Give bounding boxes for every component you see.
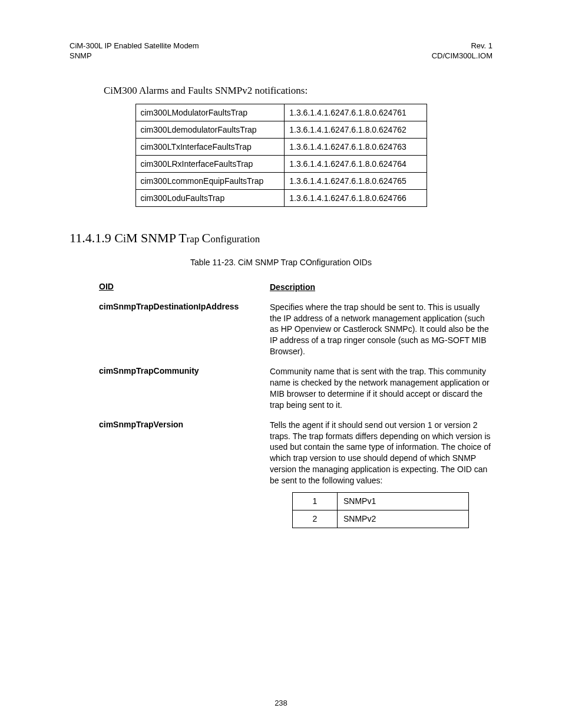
header-section: SNMP — [70, 51, 199, 61]
oid-row: cimSnmpTrapVersion Tells the agent if it… — [99, 420, 492, 528]
page: CiM-300L IP Enabled Satellite Modem SNMP… — [0, 0, 562, 728]
oid-name: cimSnmpTrapCommunity — [99, 366, 270, 411]
oid-desc: Specifies where the trap should be sent … — [270, 302, 492, 357]
section-title-part: C — [114, 230, 123, 245]
table-row: cim300LdemodulatorFaultsTrap 1.3.6.1.4.1… — [135, 121, 427, 138]
trap-name: cim300LcommonEquipFaultsTrap — [135, 172, 285, 189]
version-num: 1 — [293, 493, 338, 510]
oid-desc: Tells the agent if it should send out ve… — [270, 420, 492, 528]
table-caption: Table 11-23. CiM SNMP Trap COnfiguration… — [70, 258, 492, 267]
trap-oid: 1.3.6.1.4.1.6247.6.1.8.0.624764 — [285, 155, 427, 172]
table-row: 2 SNMPv2 — [293, 510, 469, 528]
oid-section: OID Description cimSnmpTrapDestinationIp… — [99, 282, 492, 528]
header-right: Rev. 1 CD/CIM300L.IOM — [432, 41, 492, 61]
oid-name: cimSnmpTrapDestinationIpAddress — [99, 302, 270, 357]
table-row: 1 SNMPv1 — [293, 493, 469, 510]
section-title-part: C — [202, 230, 211, 245]
table-row: cim300LModulatorFaultsTrap 1.3.6.1.4.1.6… — [135, 104, 427, 121]
page-header: CiM-300L IP Enabled Satellite Modem SNMP… — [70, 41, 492, 61]
oid-row: cimSnmpTrapDestinationIpAddress Specifie… — [99, 302, 492, 357]
table-row: cim300LTxInterfaceFaultsTrap 1.3.6.1.4.1… — [135, 138, 427, 155]
table-row: cim300LoduFaultsTrap 1.3.6.1.4.1.6247.6.… — [135, 189, 427, 206]
trap-name: cim300LoduFaultsTrap — [135, 189, 285, 206]
header-left: CiM-300L IP Enabled Satellite Modem SNMP — [70, 41, 199, 61]
header-product: CiM-300L IP Enabled Satellite Modem — [70, 41, 199, 51]
version-label: SNMPv1 — [338, 493, 469, 510]
oid-row: cimSnmpTrapCommunity Community name that… — [99, 366, 492, 411]
trap-oid: 1.3.6.1.4.1.6247.6.1.8.0.624763 — [285, 138, 427, 155]
version-label: SNMPv2 — [338, 510, 469, 528]
version-num: 2 — [293, 510, 338, 528]
header-docid: CD/CIM300L.IOM — [432, 51, 492, 61]
section-title-part: onfiguration — [210, 233, 260, 245]
table-row: cim300LRxInterfaceFaultsTrap 1.3.6.1.4.1… — [135, 155, 427, 172]
traps-table: cim300LModulatorFaultsTrap 1.3.6.1.4.1.6… — [135, 104, 427, 207]
section-title-part: rap — [187, 233, 202, 245]
intro-title: CiM300 Alarms and Faults SNMPv2 notifica… — [104, 85, 492, 97]
section-heading: 11.4.1.9 CiM SNMP Trap Configuration — [70, 230, 492, 246]
section-title-part: M SNMP T — [126, 230, 187, 245]
oid-desc: Community name that is sent with the tra… — [270, 366, 492, 411]
trap-name: cim300LRxInterfaceFaultsTrap — [135, 155, 285, 172]
trap-oid: 1.3.6.1.4.1.6247.6.1.8.0.624765 — [285, 172, 427, 189]
header-rev: Rev. 1 — [432, 41, 492, 51]
table-row: cim300LcommonEquipFaultsTrap 1.3.6.1.4.1… — [135, 172, 427, 189]
oid-header-row: OID Description — [99, 282, 492, 293]
trap-name: cim300LModulatorFaultsTrap — [135, 104, 285, 121]
trap-name: cim300LTxInterfaceFaultsTrap — [135, 138, 285, 155]
trap-oid: 1.3.6.1.4.1.6247.6.1.8.0.624762 — [285, 121, 427, 138]
page-number: 238 — [0, 699, 562, 707]
version-table: 1 SNMPv1 2 SNMPv2 — [292, 492, 469, 528]
trap-oid: 1.3.6.1.4.1.6247.6.1.8.0.624761 — [285, 104, 427, 121]
oid-header-name: OID — [99, 282, 270, 293]
trap-oid: 1.3.6.1.4.1.6247.6.1.8.0.624766 — [285, 189, 427, 206]
oid-desc-text: Tells the agent if it should send out ve… — [270, 420, 491, 485]
trap-name: cim300LdemodulatorFaultsTrap — [135, 121, 285, 138]
oid-name: cimSnmpTrapVersion — [99, 420, 270, 528]
oid-header-desc: Description — [270, 282, 315, 292]
section-number: 11.4.1.9 — [70, 230, 114, 245]
